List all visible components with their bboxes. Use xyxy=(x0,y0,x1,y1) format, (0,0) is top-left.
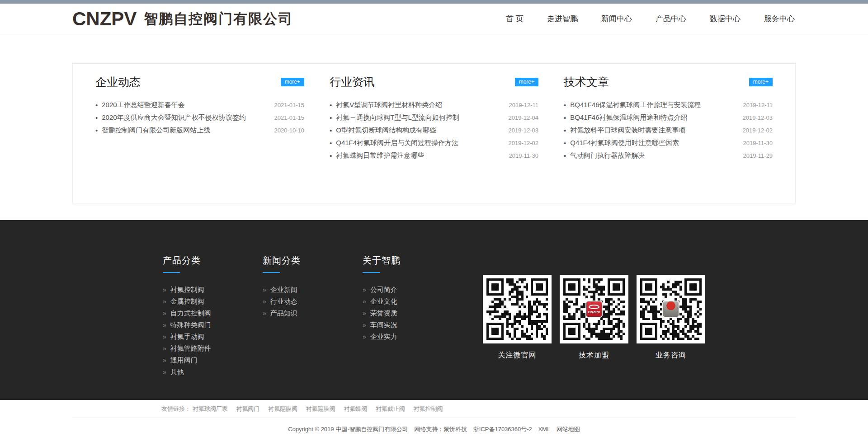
news-row: • Q41F4衬氟球阀使用时注意哪些因素 2019-11-30 xyxy=(564,136,773,149)
qr-code-image xyxy=(637,275,705,343)
footer-link[interactable]: »通用阀门 xyxy=(163,354,263,366)
chevron-right-icon: » xyxy=(263,286,266,293)
chevron-right-icon: » xyxy=(363,310,366,317)
news-link[interactable]: BQ41F46衬氟保温球阀用途和特点介绍 xyxy=(570,113,687,122)
footer-link[interactable]: »衬氟手动阀 xyxy=(163,331,263,343)
chevron-right-icon: » xyxy=(163,345,166,352)
footer-column-news: 新闻分类 »企业新闻 »行业动态 »产品知识 xyxy=(263,254,363,378)
footer-link[interactable]: »特殊种类阀门 xyxy=(163,319,263,331)
qr-code-image xyxy=(483,275,552,343)
bullet-icon: • xyxy=(564,139,566,147)
copyright-row: Copyright © 2019 中国·智鹏自控阀门有限公司 网络支持：聚忻科技… xyxy=(0,418,868,433)
news-link[interactable]: 衬氟三通换向球阀T型与L型流向如何控制 xyxy=(336,113,459,122)
bullet-icon: • xyxy=(564,127,566,134)
chevron-right-icon: » xyxy=(163,368,166,376)
news-row: • 智鹏控制阀门有限公司新版网站上线 2020-10-10 xyxy=(95,124,304,136)
news-link[interactable]: BQ41F46保温衬氟球阀工作原理与安装流程 xyxy=(570,101,701,109)
news-row: • O型衬氟切断球阀结构构成有哪些 2019-12-03 xyxy=(330,124,538,136)
sitemap-link[interactable]: 网站地图 xyxy=(557,426,580,433)
news-link[interactable]: 智鹏控制阀门有限公司新版网站上线 xyxy=(102,126,210,135)
footer-title-about: 关于智鹏 xyxy=(363,254,462,267)
news-link[interactable]: Q41F4衬氟球阀开启与关闭过程操作方法 xyxy=(336,139,458,147)
news-date: 2019-11-30 xyxy=(509,152,538,159)
footer-link[interactable]: »荣誉资质 xyxy=(363,307,462,319)
news-row: • 衬氟三通换向球阀T型与L型流向如何控制 2019-12-04 xyxy=(330,111,538,124)
bullet-icon: • xyxy=(95,114,98,122)
nav-item-service[interactable]: 服务中心 xyxy=(763,11,796,27)
chevron-right-icon: » xyxy=(363,321,366,329)
footer-link[interactable]: »金属控制阀 xyxy=(163,296,263,307)
nav-item-products[interactable]: 产品中心 xyxy=(655,11,687,27)
more-button-technical-articles[interactable]: more+ xyxy=(749,78,773,86)
footer-link[interactable]: »公司简介 xyxy=(363,284,462,296)
footer-link[interactable]: »企业文化 xyxy=(363,296,462,307)
bullet-icon: • xyxy=(330,127,332,134)
accent-underline xyxy=(263,272,280,273)
footer-link[interactable]: »产品知识 xyxy=(263,307,363,319)
chevron-right-icon: » xyxy=(163,310,166,317)
qr-label-business: 业务咨询 xyxy=(637,351,705,360)
section-title-company-news: 企业动态 xyxy=(95,75,141,89)
more-button-industry-news[interactable]: more+ xyxy=(515,78,538,86)
news-date: 2019-12-02 xyxy=(509,140,539,146)
friend-links-label: 友情链接： xyxy=(161,405,191,412)
news-link[interactable]: 2020工作总结暨迎新春年会 xyxy=(102,101,184,109)
copyright-text: Copyright © 2019 中国·智鹏自控阀门有限公司 xyxy=(288,426,408,433)
chevron-right-icon: » xyxy=(163,286,166,293)
header: CNZPV 智鹏自控阀门有限公司 首 页 走进智鹏 新闻中心 产品中心 数据中心… xyxy=(0,4,868,34)
footer-title-products: 产品分类 xyxy=(163,254,263,267)
news-column-industry: 行业资讯 more+ • 衬氟V型调节球阀衬里材料种类介绍 2019-12-11… xyxy=(330,75,538,192)
chevron-right-icon: » xyxy=(363,298,366,305)
footer-link[interactable]: »行业动态 xyxy=(263,296,363,307)
xml-link[interactable]: XML xyxy=(538,426,550,433)
news-link[interactable]: 2020年度供应商大会暨知识产权不侵权协议签约 xyxy=(102,113,245,122)
footer-link[interactable]: »其他 xyxy=(163,366,263,378)
footer-link[interactable]: »衬氟控制阀 xyxy=(163,284,263,296)
qr-label-wechat: 关注微官网 xyxy=(483,351,552,360)
friend-link[interactable]: 衬氟控制阀 xyxy=(413,405,443,412)
bullet-icon: • xyxy=(95,127,98,134)
news-date: 2021-01-15 xyxy=(274,102,305,108)
friend-link[interactable]: 衬氟隔膜阀 xyxy=(268,405,297,412)
news-date: 2019-11-30 xyxy=(743,140,773,146)
bullet-icon: • xyxy=(330,101,332,109)
company-logo[interactable]: CNZPV 智鹏自控阀门有限公司 xyxy=(72,9,293,28)
nav-item-data[interactable]: 数据中心 xyxy=(709,11,741,27)
main-nav: 首 页 走进智鹏 新闻中心 产品中心 数据中心 服务中心 xyxy=(483,11,796,27)
top-accent-bar xyxy=(0,0,868,4)
news-link[interactable]: 衬氟V型调节球阀衬里材料种类介绍 xyxy=(336,101,442,109)
bullet-icon: • xyxy=(330,139,332,147)
bullet-icon: • xyxy=(564,114,566,122)
qr-item-wechat: 关注微官网 xyxy=(483,275,552,378)
news-link[interactable]: O型衬氟切断球阀结构构成有哪些 xyxy=(336,126,436,135)
news-row: • BQ41F46保温衬氟球阀工作原理与安装流程 2019-12-11 xyxy=(564,99,773,111)
nav-item-news[interactable]: 新闻中心 xyxy=(600,11,633,27)
nav-item-about[interactable]: 走进智鹏 xyxy=(546,11,579,27)
news-link[interactable]: 衬氟放料平口球阀安装时需要注意事项 xyxy=(570,126,685,135)
news-link[interactable]: Q41F4衬氟球阀使用时注意哪些因素 xyxy=(570,139,679,147)
footer-link[interactable]: »企业新闻 xyxy=(263,284,363,296)
news-date: 2019-12-03 xyxy=(509,127,539,134)
footer-link[interactable]: »企业实力 xyxy=(363,331,462,343)
icp-link[interactable]: 浙ICP备17036360号-2 xyxy=(473,426,532,433)
logo-company-name: 智鹏自控阀门有限公司 xyxy=(144,12,293,26)
news-column-company: 企业动态 more+ • 2020工作总结暨迎新春年会 2021-01-15 •… xyxy=(95,75,304,192)
news-panel: 企业动态 more+ • 2020工作总结暨迎新春年会 2021-01-15 •… xyxy=(72,63,796,203)
logo-swoosh-icon xyxy=(589,305,599,309)
news-link[interactable]: 衬氟蝶阀日常维护需注意哪些 xyxy=(336,151,424,160)
news-date: 2020-10-10 xyxy=(274,127,305,134)
nav-item-home[interactable]: 首 页 xyxy=(505,11,524,27)
news-link[interactable]: 气动阀门执行器故障解决 xyxy=(570,151,645,160)
chevron-right-icon: » xyxy=(263,310,266,317)
more-button-company-news[interactable]: more+ xyxy=(281,78,304,86)
friend-link[interactable]: 衬氟隔膜阀 xyxy=(306,405,335,412)
footer-link[interactable]: »衬氟管路附件 xyxy=(163,343,263,354)
friend-link[interactable]: 衬氟蝶阀 xyxy=(344,405,367,412)
footer-link[interactable]: »车间实况 xyxy=(363,319,462,331)
friend-link[interactable]: 衬氟球阀厂家 xyxy=(193,405,228,412)
friend-link[interactable]: 衬氟截止阀 xyxy=(376,405,405,412)
footer-link[interactable]: »自力式控制阀 xyxy=(163,307,263,319)
qr-center-photo xyxy=(662,301,679,318)
support-link[interactable]: 网络支持：聚忻科技 xyxy=(414,426,467,433)
friend-link[interactable]: 衬氟阀门 xyxy=(236,405,259,412)
